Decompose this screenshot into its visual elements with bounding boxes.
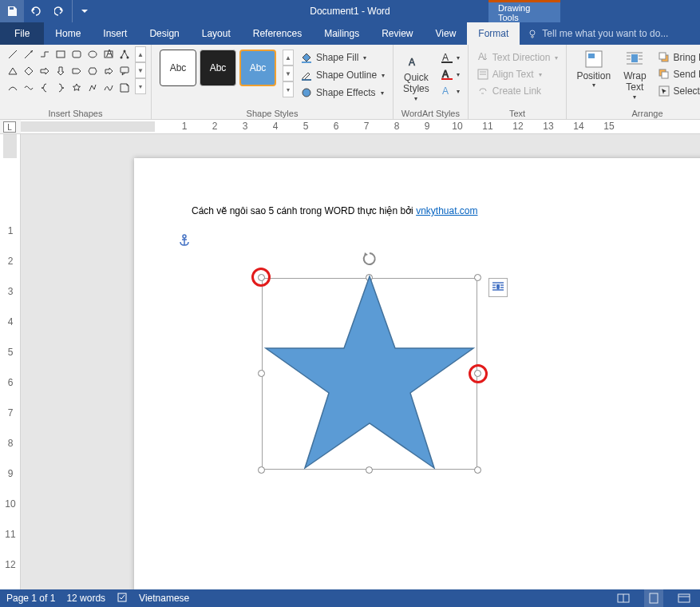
document-paragraph[interactable]: Cách vẽ ngôi sao 5 cánh trong WORD thực …: [192, 203, 651, 217]
style-scroll-up[interactable]: ▲: [283, 50, 294, 65]
shape-line[interactable]: [5, 46, 20, 62]
shape-outline-button[interactable]: Shape Outline▾: [297, 67, 388, 83]
gallery-scroll-up[interactable]: ▲: [135, 46, 146, 62]
tell-me-search[interactable]: Tell me what you want to do...: [520, 22, 700, 45]
svg-text:A: A: [442, 52, 449, 63]
tab-view[interactable]: View: [425, 22, 468, 45]
hyperlink[interactable]: vnkythuat.com: [416, 205, 477, 216]
view-read-mode[interactable]: [614, 589, 633, 607]
svg-rect-17: [441, 61, 453, 63]
svg-text:3: 3: [8, 286, 14, 297]
group-wordart-styles: A Quick Styles▾ A▾ A▾ A▾ WordArt Styles: [394, 45, 469, 119]
selection-pane-button[interactable]: Selection: [655, 83, 700, 99]
tab-layout[interactable]: Layout: [191, 22, 242, 45]
bring-forward-button[interactable]: Bring Forw: [655, 50, 700, 65]
shape-star[interactable]: [69, 80, 84, 96]
view-web-layout[interactable]: [674, 589, 694, 607]
undo-button[interactable]: [24, 0, 48, 22]
svg-rect-13: [302, 79, 311, 81]
text-fill-button[interactable]: A▾: [437, 50, 463, 65]
wrap-text-icon: [623, 48, 646, 70]
tab-insert[interactable]: Insert: [92, 22, 138, 45]
proofing-icon: [117, 592, 128, 603]
selected-shape-container: [262, 278, 477, 470]
text-fill-icon: A: [441, 51, 453, 64]
svg-text:15: 15: [603, 121, 615, 132]
view-print-layout[interactable]: [644, 589, 663, 607]
tab-home[interactable]: Home: [44, 22, 92, 45]
status-page[interactable]: Page 1 of 1: [6, 593, 55, 604]
shape-right-arrow[interactable]: [37, 63, 52, 79]
status-word-count[interactable]: 12 words: [66, 593, 105, 604]
shape-triangle[interactable]: [5, 63, 20, 79]
redo-icon: [54, 6, 65, 17]
shape-wave[interactable]: [21, 80, 36, 96]
status-language[interactable]: Vietnamese: [139, 593, 189, 604]
shape-textbox[interactable]: A: [101, 46, 116, 62]
shape-effects-button[interactable]: Shape Effects▾: [297, 85, 388, 101]
send-backward-button[interactable]: Send Back: [655, 66, 700, 82]
tab-file[interactable]: File: [0, 22, 44, 45]
shape-fill-button[interactable]: Shape Fill▾: [297, 50, 388, 65]
document-page[interactable]: Cách vẽ ngôi sao 5 cánh trong WORD thực …: [134, 158, 700, 589]
shape-arrow-line[interactable]: [21, 46, 36, 62]
style-scroll-down[interactable]: ▼: [283, 65, 294, 81]
shape-pentagon-arrow[interactable]: [69, 63, 84, 79]
shape-down-arrow[interactable]: [53, 63, 68, 79]
text-direction-button[interactable]: AText Direction▾: [473, 50, 562, 65]
layout-options-button[interactable]: [488, 278, 508, 297]
shape-edit-points[interactable]: [117, 46, 132, 62]
save-button[interactable]: [0, 0, 24, 22]
text-effects-button[interactable]: A▾: [437, 83, 463, 99]
svg-rect-26: [588, 54, 595, 58]
position-button[interactable]: Position▾: [571, 46, 615, 91]
shape-style-gallery[interactable]: Abc Abc Abc: [156, 46, 279, 89]
shape-hexagon[interactable]: [85, 63, 100, 79]
quick-styles-button[interactable]: A Quick Styles▾: [398, 46, 434, 104]
tab-mailings[interactable]: Mailings: [313, 22, 370, 45]
svg-text:8: 8: [8, 438, 14, 449]
qat-customize[interactable]: [72, 0, 96, 22]
align-text-button[interactable]: Align Text▾: [473, 66, 562, 82]
tab-review[interactable]: Review: [370, 22, 424, 45]
style-preset-1[interactable]: Abc: [160, 50, 196, 86]
rotation-handle[interactable]: [362, 251, 378, 269]
tab-format[interactable]: Format: [467, 22, 520, 45]
shape-fold-corner[interactable]: [117, 80, 132, 96]
shape-scribble[interactable]: [101, 80, 116, 96]
text-outline-button[interactable]: A▾: [437, 66, 463, 82]
tab-references[interactable]: References: [242, 22, 313, 45]
print-layout-icon: [647, 593, 660, 604]
shape-callout[interactable]: [117, 63, 132, 79]
shape-diamond[interactable]: [21, 63, 36, 79]
svg-text:11: 11: [482, 121, 493, 132]
shape-left-brace[interactable]: [37, 80, 52, 96]
shape-elbow[interactable]: [37, 46, 52, 62]
svg-marker-70: [266, 276, 473, 468]
wrap-text-button[interactable]: Wrap Text▾: [619, 46, 651, 102]
shape-right-brace[interactable]: [53, 80, 68, 96]
style-expand[interactable]: ▾: [283, 81, 294, 97]
status-proofing[interactable]: [117, 592, 128, 605]
style-preset-3[interactable]: Abc: [239, 50, 276, 86]
shape-rectangle[interactable]: [53, 46, 68, 62]
horizontal-ruler[interactable]: 123 456 789 101112 131415: [21, 120, 700, 134]
anchor-icon[interactable]: [179, 234, 190, 249]
shape-bent-arrow[interactable]: [101, 63, 116, 79]
gallery-expand[interactable]: ▾: [135, 78, 146, 94]
shapes-gallery[interactable]: A: [5, 46, 132, 96]
bring-forward-icon: [658, 51, 670, 64]
style-preset-2[interactable]: Abc: [200, 50, 236, 86]
tab-selector[interactable]: L: [3, 121, 16, 133]
gallery-scroll-down[interactable]: ▼: [135, 62, 146, 78]
create-link-button[interactable]: Create Link: [473, 83, 562, 99]
tab-design[interactable]: Design: [138, 22, 190, 45]
group-label-arrange: Arrange: [571, 107, 700, 119]
star-shape[interactable]: [262, 272, 477, 476]
shape-curve[interactable]: [5, 80, 20, 96]
shape-rounded-rect[interactable]: [69, 46, 84, 62]
vertical-ruler[interactable]: 123 456 789 101112 13: [0, 134, 21, 589]
shape-freeform[interactable]: [85, 80, 100, 96]
redo-button[interactable]: [48, 0, 72, 22]
shape-oval[interactable]: [85, 46, 100, 62]
